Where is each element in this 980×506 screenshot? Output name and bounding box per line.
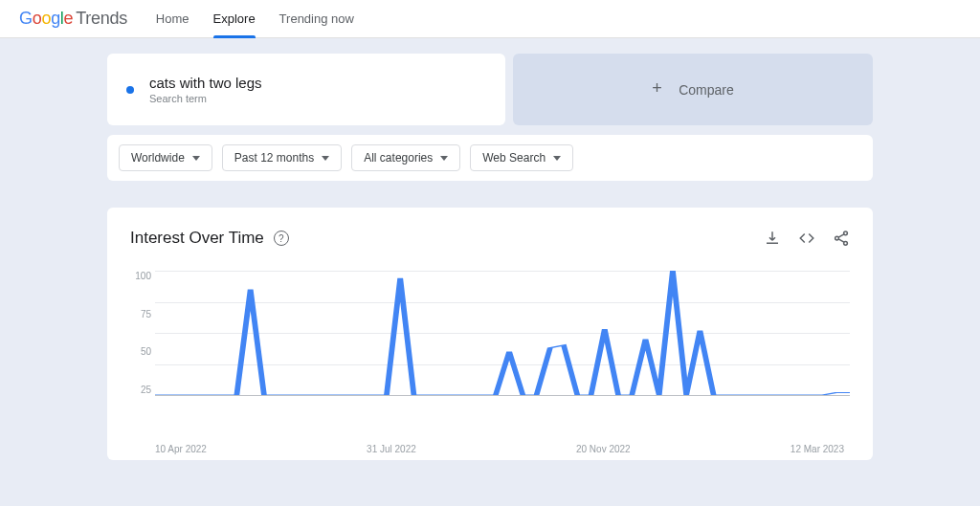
filter-region[interactable]: Worldwide — [119, 144, 212, 171]
filter-time[interactable]: Past 12 months — [222, 144, 342, 171]
download-icon[interactable] — [764, 230, 781, 247]
top-nav: Home Explore Trending now — [156, 2, 354, 35]
series-color-dot — [126, 86, 134, 94]
search-term-subtitle: Search term — [149, 93, 262, 104]
svg-point-2 — [844, 241, 848, 245]
nav-explore[interactable]: Explore — [213, 2, 256, 35]
search-term-text: cats with two legs — [149, 75, 262, 91]
svg-point-1 — [835, 236, 839, 240]
nav-home[interactable]: Home — [156, 2, 189, 35]
logo[interactable]: Google Trends — [19, 9, 127, 29]
compare-button[interactable]: + Compare — [513, 54, 873, 125]
chevron-down-icon — [192, 156, 200, 161]
interest-over-time-panel: Interest Over Time ? 100755025 10 Apr 20… — [107, 208, 873, 460]
share-icon[interactable] — [833, 230, 850, 247]
chevron-down-icon — [440, 156, 448, 161]
chevron-down-icon — [553, 156, 561, 161]
embed-icon[interactable] — [798, 230, 815, 247]
panel-title: Interest Over Time — [130, 229, 264, 248]
filters-bar: Worldwide Past 12 months All categories … — [107, 135, 873, 181]
svg-point-0 — [844, 231, 848, 235]
help-icon[interactable]: ? — [274, 231, 289, 246]
filter-category[interactable]: All categories — [351, 144, 460, 171]
chevron-down-icon — [322, 156, 329, 161]
plus-icon: + — [652, 83, 665, 97]
chart: 100755025 10 Apr 202231 Jul 202220 Nov 2… — [130, 271, 850, 433]
nav-trending[interactable]: Trending now — [279, 2, 354, 35]
search-term-card[interactable]: cats with two legs Search term — [107, 54, 505, 125]
compare-label: Compare — [679, 82, 734, 98]
filter-search-type[interactable]: Web Search — [470, 144, 573, 171]
